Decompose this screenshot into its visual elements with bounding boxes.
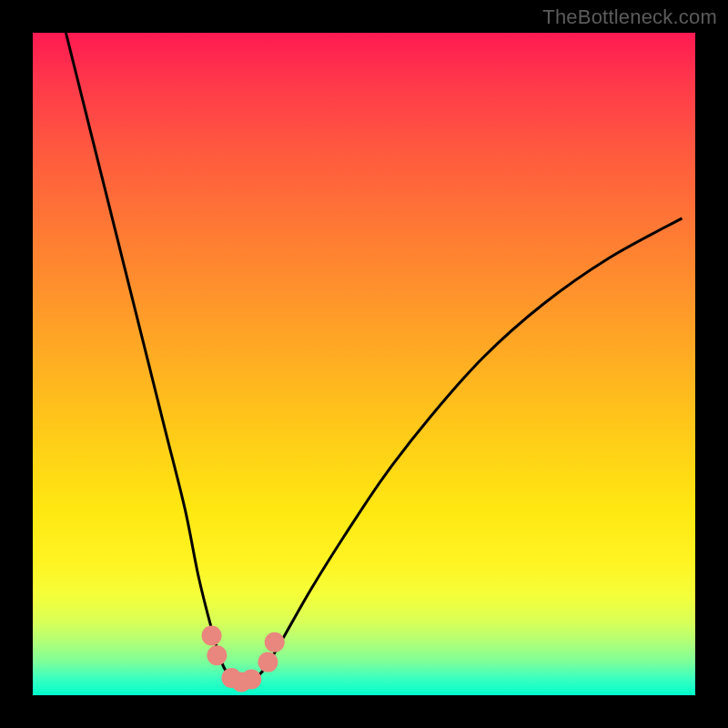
curve-layer	[33, 33, 695, 695]
marker-left-lower	[207, 645, 227, 665]
chart-frame: TheBottleneck.com	[0, 0, 728, 728]
marker-trough-3	[241, 670, 261, 690]
marker-right-lower	[258, 652, 278, 672]
watermark-text: TheBottleneck.com	[542, 5, 717, 29]
marker-right-upper	[265, 632, 285, 652]
marker-group	[202, 625, 285, 692]
plot-area	[33, 33, 695, 695]
bottleneck-curve	[66, 33, 682, 683]
marker-left-upper	[202, 625, 222, 645]
